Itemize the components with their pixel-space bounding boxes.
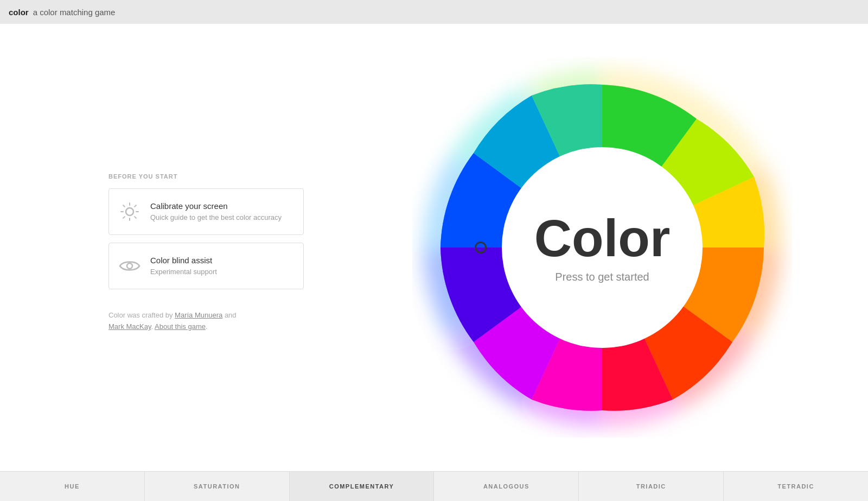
calibrate-card-text: Calibrate your screen Quick guide to get… <box>150 201 282 223</box>
svg-line-7 <box>135 205 136 207</box>
bottom-bar: HUESATURATIONCOMPLEMENTARYANALOGOUSTRIAD… <box>0 471 868 501</box>
bottom-item-analogous[interactable]: ANALOGOUS <box>434 472 579 501</box>
svg-point-0 <box>126 208 133 215</box>
bottom-item-tetradic[interactable]: TETRADIC <box>724 472 868 501</box>
author1-link[interactable]: María Munuera <box>175 311 222 319</box>
color-wheel-handle[interactable] <box>475 242 487 253</box>
color-wheel-svg <box>412 58 792 437</box>
sun-icon <box>118 200 142 224</box>
credits-text: Color was crafted by <box>108 311 175 319</box>
colorblind-card-text: Color blind assist Experimental support <box>150 256 217 277</box>
svg-point-9 <box>127 263 132 269</box>
colorblind-title: Color blind assist <box>150 256 217 265</box>
calibrate-title: Calibrate your screen <box>150 201 282 211</box>
bottom-item-hue[interactable]: HUE <box>0 472 145 501</box>
svg-line-5 <box>123 205 125 207</box>
credits-and: and <box>222 311 236 319</box>
calibrate-card[interactable]: Calibrate your screen Quick guide to get… <box>108 188 304 235</box>
eye-icon <box>118 254 142 278</box>
bottom-item-saturation[interactable]: SATURATION <box>145 472 290 501</box>
bottom-item-triadic[interactable]: TRIADIC <box>579 472 724 501</box>
svg-line-6 <box>135 217 136 218</box>
right-panel[interactable]: Color Press to get started <box>336 24 868 471</box>
app-name: color <box>9 8 29 17</box>
before-label: BEFORE YOU START <box>108 173 304 180</box>
about-link[interactable]: About this game <box>155 322 206 331</box>
svg-point-11 <box>502 147 703 348</box>
main-content: BEFORE YOU START Calibrate your screen <box>0 24 868 471</box>
left-panel: BEFORE YOU START Calibrate your screen <box>0 24 336 471</box>
credits: Color was crafted by María Munuera and M… <box>108 310 304 333</box>
colorblind-card[interactable]: Color blind assist Experimental support <box>108 243 304 289</box>
calibrate-desc: Quick guide to get the best color accura… <box>150 213 282 223</box>
credits-end: . <box>206 322 208 331</box>
bottom-item-complementary[interactable]: COMPLEMENTARY <box>290 472 435 501</box>
author2-link[interactable]: Mark MacKay <box>108 322 151 331</box>
svg-line-8 <box>123 217 125 218</box>
app-subtitle: a color matching game <box>33 8 116 17</box>
colorblind-desc: Experimental support <box>150 267 217 277</box>
color-wheel-container[interactable]: Color Press to get started <box>412 58 792 437</box>
app-header: color a color matching game <box>0 0 868 24</box>
